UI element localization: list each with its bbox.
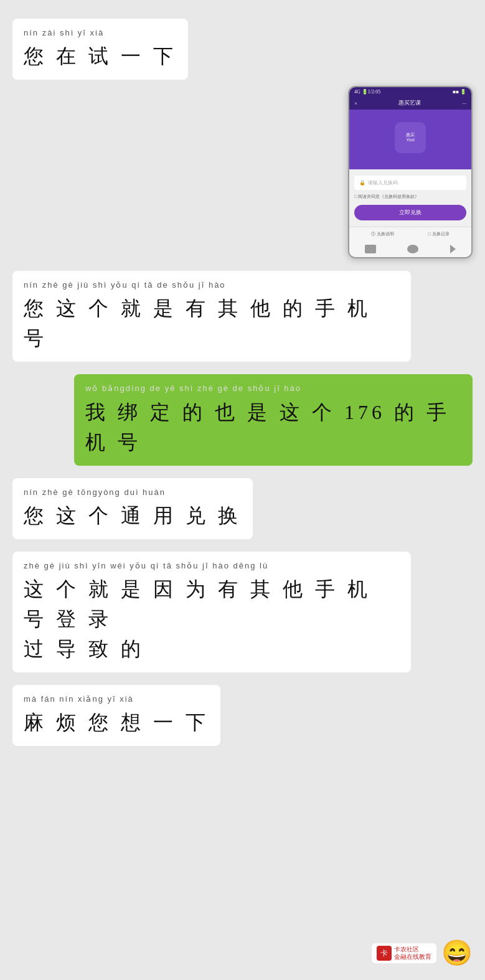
- chinese-7: 麻 烦 您 想 一 下: [24, 707, 209, 737]
- bubble-5: nín zhè gè tōngyòng duì huàn 您 这 个 通 用 兑…: [12, 478, 253, 539]
- app-title: 惠买艺课: [398, 99, 421, 107]
- svg-text:卡: 卡: [380, 949, 388, 958]
- nav-menu-icon[interactable]: [365, 245, 376, 253]
- message-3: nín zhè gè jiù shì yǒu qí tā de shǒu jī …: [12, 271, 473, 362]
- pinyin-7: má fán nín xiǎng yī xià: [24, 694, 209, 705]
- bubble-6: zhè gè jiù shì yīn wéi yǒu qí tā shǒu jī…: [12, 552, 411, 672]
- kanong-sub: 金融在线教育: [394, 953, 431, 961]
- chinese-3: 您 这 个 就 是 有 其 他 的 手 机 号: [24, 293, 400, 353]
- chinese-1: 您 在 试 一 下: [24, 41, 177, 71]
- message-1: nín zài shì yī xià 您 在 试 一 下: [12, 19, 473, 80]
- close-icon[interactable]: ×: [354, 100, 357, 106]
- bubble-4: wǒ bǎngdìng de yě shì zhè gè de shǒu jī …: [74, 374, 473, 465]
- footer: 卡 卡农社区 金融在线教育 😄: [372, 938, 473, 968]
- pinyin-1: nín zài shì yī xià: [24, 27, 177, 39]
- phone-nav-bar: [349, 241, 471, 257]
- phone-input-field[interactable]: 🔒 请输入兑换码: [354, 176, 466, 190]
- chinese-4: 我 绑 定 的 也 是 这 个 176 的 手 机 号: [85, 397, 461, 457]
- tab-exchange-records[interactable]: □ 兑换记录: [428, 231, 450, 237]
- app-logo: 惠买Yool: [395, 122, 426, 153]
- kanong-icon: 卡: [377, 946, 392, 961]
- pinyin-3: nín zhè gè jiù shì yǒu qí tā de shǒu jī …: [24, 280, 400, 291]
- kanong-logo: 卡 卡农社区 金融在线教育: [372, 943, 436, 963]
- phone-body: 惠买Yool: [349, 110, 471, 169]
- message-4: wǒ bǎngdìng de yě shì zhè gè de shǒu jī …: [12, 374, 473, 465]
- bubble-1: nín zài shì yī xià 您 在 试 一 下: [12, 19, 188, 80]
- message-screenshot: 4G 🔋1/2:05 ■■ 🔋 × 惠买艺课 ··· 惠买Yool 🔒 请输入兑…: [12, 86, 473, 258]
- phone-bottom-tabs: ① 兑换说明 □ 兑换记录: [349, 227, 471, 241]
- tab-exchange-info[interactable]: ① 兑换说明: [371, 231, 394, 237]
- pinyin-5: nín zhè gè tōngyòng duì huàn: [24, 487, 242, 498]
- bubble-7: má fán nín xiǎng yī xià 麻 烦 您 想 一 下: [12, 685, 220, 746]
- phone-input-area: 🔒 请输入兑换码 □ 阅读并同意《兑换码使用条款》 立即兑换: [349, 169, 471, 227]
- message-5: nín zhè gè tōngyòng duì huàn 您 这 个 通 用 兑…: [12, 478, 473, 539]
- message-7: má fán nín xiǎng yī xià 麻 烦 您 想 一 下: [12, 685, 473, 746]
- smiley-icon: 😄: [441, 938, 473, 968]
- phone-screenshot: 4G 🔋1/2:05 ■■ 🔋 × 惠买艺课 ··· 惠买Yool 🔒 请输入兑…: [348, 86, 473, 258]
- pinyin-6: zhè gè jiù shì yīn wéi yǒu qí tā shǒu jī…: [24, 560, 400, 572]
- menu-icon[interactable]: ···: [462, 100, 466, 106]
- bubble-3: nín zhè gè jiù shì yǒu qí tā de shǒu jī …: [12, 271, 411, 362]
- chinese-5: 您 这 个 通 用 兑 换: [24, 501, 242, 530]
- nav-home-icon[interactable]: [407, 245, 418, 253]
- redeem-button[interactable]: 立即兑换: [354, 205, 466, 220]
- message-6: zhè gè jiù shì yīn wéi yǒu qí tā shǒu jī…: [12, 552, 473, 672]
- input-placeholder: 请输入兑换码: [368, 179, 398, 186]
- pinyin-4: wǒ bǎngdìng de yě shì zhè gè de shǒu jī …: [85, 383, 461, 394]
- phone-top-bar: × 惠买艺课 ···: [349, 97, 471, 110]
- chinese-6: 这 个 就 是 因 为 有 其 他 手 机 号 登 录 过 导 致 的: [24, 574, 400, 664]
- phone-status-bar: 4G 🔋1/2:05 ■■ 🔋: [349, 87, 471, 97]
- nav-back-icon[interactable]: [450, 245, 456, 253]
- phone-checkbox-row: □ 阅读并同意《兑换码使用条款》: [354, 194, 466, 200]
- kanong-name: 卡农社区: [394, 946, 431, 953]
